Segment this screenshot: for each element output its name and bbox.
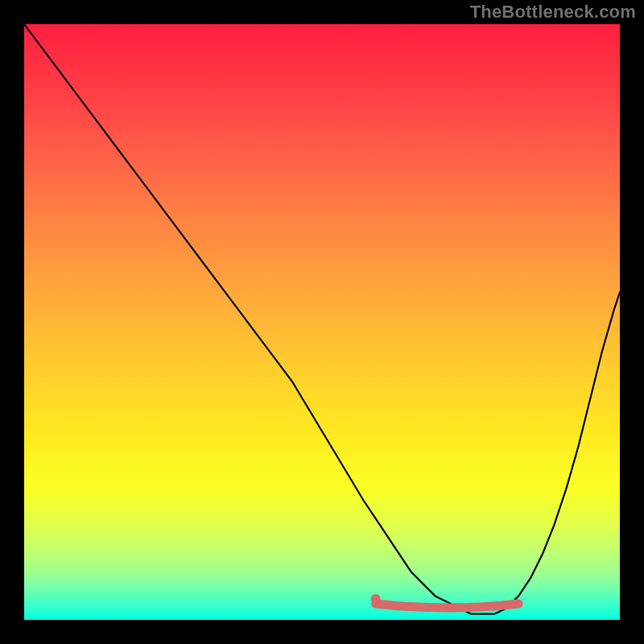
- plot-area: [24, 24, 620, 620]
- watermark-text: TheBottleneck.com: [470, 2, 636, 23]
- highlight-segment: [376, 604, 519, 608]
- curve-path: [24, 24, 620, 614]
- highlight-start-dot: [371, 594, 381, 604]
- chart-frame: TheBottleneck.com: [0, 0, 644, 644]
- bottleneck-curve: [24, 24, 620, 620]
